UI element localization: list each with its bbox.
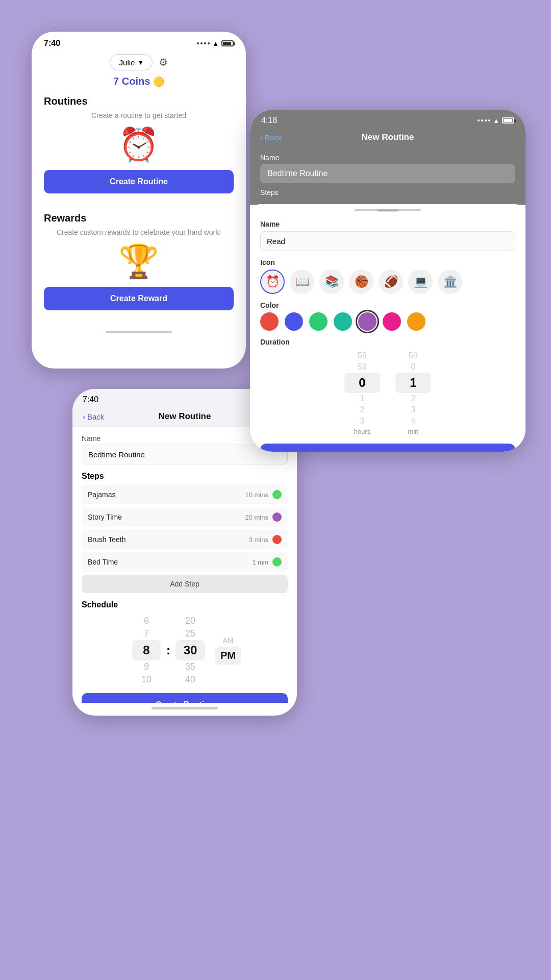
dur-below-h2: 2	[360, 404, 365, 415]
name-label-3: Name	[260, 154, 515, 162]
color-selector	[260, 312, 515, 331]
name-value-3[interactable]: Bedtime Routine	[260, 164, 515, 183]
status-bar-1: 7:40 ▲	[32, 32, 246, 48]
create-routine-button-2[interactable]: Create Routine	[82, 693, 288, 703]
color-pink[interactable]	[383, 312, 401, 331]
dur-val-m: 1	[395, 373, 431, 393]
step-name-pajamas: Pajamas	[88, 491, 115, 499]
create-routine-button[interactable]: Create Routine	[44, 170, 234, 193]
hours-col[interactable]: 6 7 8 9 10	[129, 615, 164, 686]
ampm-value: PM	[215, 647, 241, 665]
icon-option-football[interactable]: 🏈	[379, 270, 403, 294]
steps-title-2: Steps	[82, 472, 288, 481]
phone1-content: Julie ▾ ⚙ 7 Coins 🟡 Routines Create a ro…	[32, 48, 246, 327]
wifi-icon: ▲	[212, 40, 219, 47]
sheet-icon-label: Icon	[260, 258, 515, 266]
minutes-col[interactable]: 20 25 30 35 40	[172, 615, 208, 686]
create-step-button[interactable]: Create Step	[260, 444, 515, 452]
status-dots-3	[478, 119, 490, 121]
coins-text: 7 Coins 🟡	[113, 76, 164, 87]
icon-option-books[interactable]: 📚	[319, 270, 344, 294]
dur-val-h: 0	[344, 373, 380, 393]
icon-selector: ⏰ 📖 📚 🏀 🏈 💻 🏛️	[260, 270, 515, 294]
step-row-brushteeth[interactable]: Brush Teeth 3 mins	[82, 530, 288, 549]
color-orange[interactable]	[407, 312, 425, 331]
step-row-pajamas[interactable]: Pajamas 10 mins	[82, 485, 288, 504]
dur-below-h3: 3	[360, 415, 365, 427]
icon-option-laptop[interactable]: 💻	[408, 270, 433, 294]
step-color-pajamas	[272, 490, 282, 499]
icon-option-basketball[interactable]: 🏀	[349, 270, 373, 294]
schedule-title: Schedule	[82, 600, 288, 609]
back-label-3: Back	[265, 133, 282, 142]
add-step-button[interactable]: Add Step	[82, 575, 288, 593]
ampm-col[interactable]: AM PM	[215, 636, 241, 665]
profile-name: Julie	[119, 58, 135, 67]
color-red[interactable]	[260, 312, 279, 331]
minutes-value: 30	[176, 640, 206, 660]
hours-dur-col[interactable]: 59 59 0 1 2 3 hours	[337, 350, 388, 435]
step-color-storytime	[272, 512, 282, 522]
status-dots	[197, 42, 210, 44]
step-time-storytime: 20 mins	[245, 513, 268, 521]
am-option: AM	[223, 636, 234, 645]
duration-label: Duration	[260, 338, 515, 346]
step-color-brushteeth	[272, 535, 282, 544]
icon-option-building[interactable]: 🏛️	[438, 270, 462, 294]
back-button-2[interactable]: ‹ Back	[83, 412, 104, 421]
chevron-left-icon: ‹	[83, 412, 85, 421]
time-picker: 6 7 8 9 10 : 20 25 30 35 40 AM PM	[82, 615, 288, 686]
status-icons-3: ▲	[478, 117, 514, 125]
dur-below-m3: 4	[411, 415, 416, 427]
step-name-storytime: Story Time	[88, 513, 122, 521]
status-time-3: 4:18	[261, 116, 277, 125]
color-blue[interactable]	[285, 312, 303, 331]
status-icons-1: ▲	[197, 40, 234, 47]
duration-picker: 59 59 0 1 2 3 hours 59 0 1 2 3 4 min	[260, 350, 515, 435]
sheet-name-input[interactable]	[260, 231, 515, 251]
profile-dropdown[interactable]: Julie ▾	[110, 54, 153, 70]
dur-below-m1: 2	[411, 393, 416, 404]
hours-above-2: 7	[144, 627, 149, 640]
status-time-2: 7:40	[83, 395, 98, 404]
dur-above-m2: 0	[411, 361, 416, 373]
coins-value: 7 Coins	[113, 76, 150, 87]
settings-icon[interactable]: ⚙	[159, 56, 168, 68]
divider	[44, 204, 234, 204]
rewards-sub: Create custom rewards to celebrate your …	[44, 228, 234, 236]
back-label-2: Back	[87, 412, 104, 421]
coins-row: 7 Coins 🟡	[44, 76, 234, 87]
color-green[interactable]	[309, 312, 328, 331]
sheet-name-label: Name	[260, 220, 515, 228]
icon-option-book[interactable]: 📖	[290, 270, 314, 294]
nav-title-3: New Routine	[362, 132, 414, 142]
hours-above-1: 6	[144, 615, 149, 627]
steps-label-3: Steps	[260, 188, 515, 197]
mins-above-2: 25	[185, 627, 195, 640]
battery-icon-3	[502, 117, 514, 124]
hours-below-1: 9	[144, 660, 149, 673]
battery-icon	[221, 40, 234, 46]
status-time-1: 7:40	[44, 39, 60, 48]
mins-below-2: 40	[185, 673, 195, 686]
home-indicator-1	[106, 331, 172, 333]
step-time-bedtime: 1 min	[252, 558, 268, 566]
color-purple[interactable]	[358, 312, 377, 331]
back-button-3[interactable]: ‹ Back	[260, 133, 282, 142]
step-row-storytime[interactable]: Story Time 20 mins	[82, 507, 288, 527]
nav-title-2: New Routine	[159, 411, 211, 422]
home-indicator-2	[152, 707, 218, 709]
sheet-color-label: Color	[260, 301, 515, 309]
step-color-bedtime	[272, 557, 282, 567]
alarm-icon: ⏰	[44, 126, 234, 164]
create-reward-button[interactable]: Create Reward	[44, 287, 234, 310]
color-teal[interactable]	[334, 312, 352, 331]
status-bar-3: 4:18 ▲	[250, 110, 525, 129]
icon-option-clock[interactable]: ⏰	[260, 270, 285, 294]
mins-dur-col[interactable]: 59 0 1 2 3 4 min	[388, 350, 439, 435]
step-row-bedtime[interactable]: Bed Time 1 min	[82, 552, 288, 572]
dur-above-h1: 59	[358, 350, 367, 361]
dark-header: Name Bedtime Routine Steps	[250, 150, 525, 205]
routines-sub: Create a routine to get started	[44, 111, 234, 119]
rewards-title: Rewards	[44, 212, 234, 224]
